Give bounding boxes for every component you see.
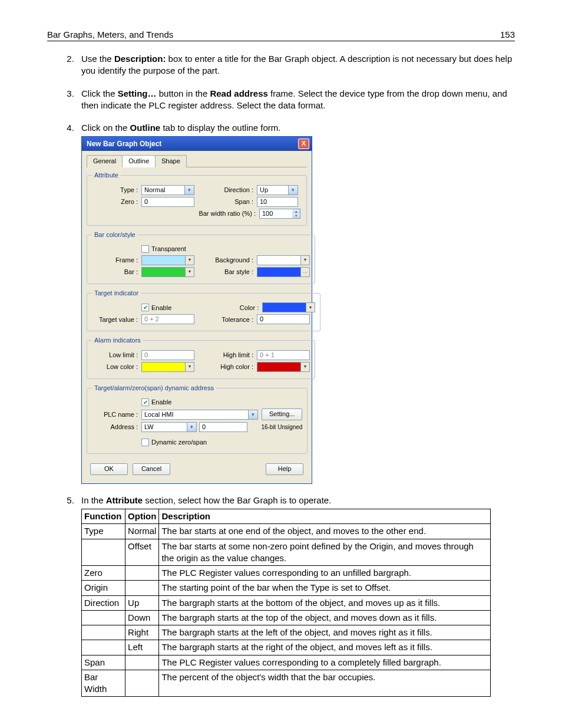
transparent-label: Transparent xyxy=(151,245,186,253)
table-row: RightThe bargraph starts at the left of … xyxy=(82,625,491,640)
chevron-down-icon: ▾ xyxy=(185,256,194,265)
address-input[interactable]: 0 xyxy=(199,422,247,432)
tolerance-input[interactable]: 0 xyxy=(257,314,310,324)
target-value-input[interactable]: 0 + 2 xyxy=(141,314,194,324)
zero-input[interactable]: 0 xyxy=(141,197,194,207)
table-cell xyxy=(125,670,159,697)
direction-select[interactable]: Up▾ xyxy=(257,185,298,195)
step-4: Click on the Outline tab to display the … xyxy=(77,122,515,484)
dynamic-zero-label: Dynamic zero/span xyxy=(151,438,207,447)
table-cell: Normal xyxy=(125,524,159,539)
dynamic-enable-checkbox[interactable]: ✔ xyxy=(141,398,149,406)
chevron-down-icon: ▾ xyxy=(185,363,194,371)
dialog-body: General Outline Shape Attribute Type : N… xyxy=(82,151,312,483)
table-cell: The starting point of the bar when the T… xyxy=(159,581,491,595)
background-color-picker[interactable]: ▾ xyxy=(257,255,310,265)
high-color-picker[interactable]: ▾ xyxy=(257,362,310,372)
target-value-label: Target value : xyxy=(92,315,141,324)
tab-outline[interactable]: Outline xyxy=(122,155,156,167)
table-cell: The bar starts at one end of the object,… xyxy=(159,524,491,539)
table-cell: Origin xyxy=(82,581,125,595)
table-cell xyxy=(82,640,125,655)
low-color-picker[interactable]: ▾ xyxy=(141,362,194,372)
target-color-picker[interactable]: ▾ xyxy=(262,302,315,312)
high-limit-label: High limit : xyxy=(194,351,257,360)
close-button[interactable]: X xyxy=(298,139,309,149)
type-select[interactable]: Normal▾ xyxy=(141,185,194,195)
table-cell: Right xyxy=(125,625,159,640)
frame-color-picker[interactable]: ▾ xyxy=(141,255,194,265)
frame-label: Frame : xyxy=(92,256,141,265)
setting-button[interactable]: Setting... xyxy=(262,409,302,420)
dynamic-address-group: Target/alarm/zero(span) dynamic address … xyxy=(87,384,308,454)
steps-list: Use the Description: box to enter a titl… xyxy=(47,53,515,697)
attribute-table: Function Option Description TypeNormalTh… xyxy=(81,509,491,697)
tab-shape[interactable]: Shape xyxy=(155,155,187,167)
address-type-select[interactable]: LW▾ xyxy=(141,422,197,432)
chevron-down-icon: ▾ xyxy=(187,423,196,431)
tab-bar: General Outline Shape xyxy=(87,154,307,167)
chevron-down-icon: ▾ xyxy=(248,410,257,419)
target-enable-label: Enable xyxy=(151,304,171,312)
help-button[interactable]: Help xyxy=(266,463,303,475)
zero-label: Zero : xyxy=(92,197,141,206)
chevron-down-icon: ▾ xyxy=(300,363,309,371)
bar-style-picker[interactable]: … xyxy=(257,267,310,277)
table-cell: Direction xyxy=(82,595,125,610)
table-cell: The PLC Register values corresponding to… xyxy=(159,566,491,581)
table-cell: The PLC Register values corresponding to… xyxy=(159,655,491,670)
plc-name-label: PLC name : xyxy=(92,410,141,419)
address-label: Address : xyxy=(92,423,141,431)
alarm-legend: Alarm indicators xyxy=(92,336,143,345)
cancel-button[interactable]: Cancel xyxy=(133,463,170,475)
target-enable-checkbox[interactable]: ✔ xyxy=(141,304,149,311)
bar-style-label: Bar style : xyxy=(194,268,257,276)
tab-general[interactable]: General xyxy=(87,155,123,167)
table-row: TypeNormalThe bar starts at one end of t… xyxy=(82,524,491,539)
table-cell: Up xyxy=(125,595,159,610)
close-icon: X xyxy=(302,140,306,147)
table-row: DownThe bargraph starts at the top of th… xyxy=(82,610,491,625)
table-row: SpanThe PLC Register values correspondin… xyxy=(82,655,491,670)
table-cell: Bar Width xyxy=(82,670,125,697)
span-label: Span : xyxy=(194,197,257,206)
bar-color-picker[interactable]: ▾ xyxy=(141,267,194,277)
attribute-legend: Attribute xyxy=(92,171,121,180)
dynamic-legend: Target/alarm/zero(span) dynamic address xyxy=(92,384,216,393)
alarm-indicators-group: Alarm indicators Low limit : 0 High limi… xyxy=(87,336,315,379)
transparent-checkbox[interactable] xyxy=(141,245,149,253)
table-row: DirectionUpThe bargraph starts at the bo… xyxy=(82,595,491,610)
table-cell: The percent of the object's width that t… xyxy=(159,670,491,697)
dynamic-zero-checkbox[interactable] xyxy=(141,439,149,446)
bar-width-input[interactable]: 100 xyxy=(259,209,292,219)
table-cell: Left xyxy=(125,640,159,655)
table-cell: Type xyxy=(82,524,125,539)
table-cell xyxy=(125,581,159,595)
chevron-down-icon: ▾ xyxy=(184,186,194,195)
table-cell xyxy=(125,655,159,670)
ok-button[interactable]: OK xyxy=(90,463,128,475)
dynamic-enable-label: Enable xyxy=(151,398,171,407)
step-2: Use the Description: box to enter a titl… xyxy=(77,53,515,77)
span-input[interactable]: 10 xyxy=(257,197,298,207)
table-row: ZeroThe PLC Register values correspondin… xyxy=(82,566,491,581)
high-color-label: High color : xyxy=(194,363,257,371)
plc-name-select[interactable]: Local HMI▾ xyxy=(141,410,258,420)
bar-width-label: Bar width ratio (%) : xyxy=(92,209,259,218)
page-header: Bar Graphs, Meters, and Trends 153 xyxy=(47,29,515,41)
high-limit-input[interactable]: 0 + 1 xyxy=(257,350,310,360)
table-cell: The bargraph starts at the left of the o… xyxy=(159,625,491,640)
background-label: Background : xyxy=(194,256,257,265)
target-color-label: Color : xyxy=(171,304,262,312)
data-format-label: 16-bit Unsigned xyxy=(261,423,302,431)
chevron-up-icon: ▴ xyxy=(292,209,300,214)
table-row: Bar WidthThe percent of the object's wid… xyxy=(82,670,491,697)
low-limit-label: Low limit : xyxy=(92,351,141,360)
table-cell: Span xyxy=(82,655,125,670)
direction-label: Direction : xyxy=(194,186,257,195)
bar-width-spinner[interactable]: ▴▾ xyxy=(292,209,300,219)
table-cell: Offset xyxy=(125,539,159,566)
table-row: OriginThe starting point of the bar when… xyxy=(82,581,491,595)
low-limit-input[interactable]: 0 xyxy=(141,350,194,360)
table-cell: The bar starts at some non-zero point de… xyxy=(159,539,491,566)
